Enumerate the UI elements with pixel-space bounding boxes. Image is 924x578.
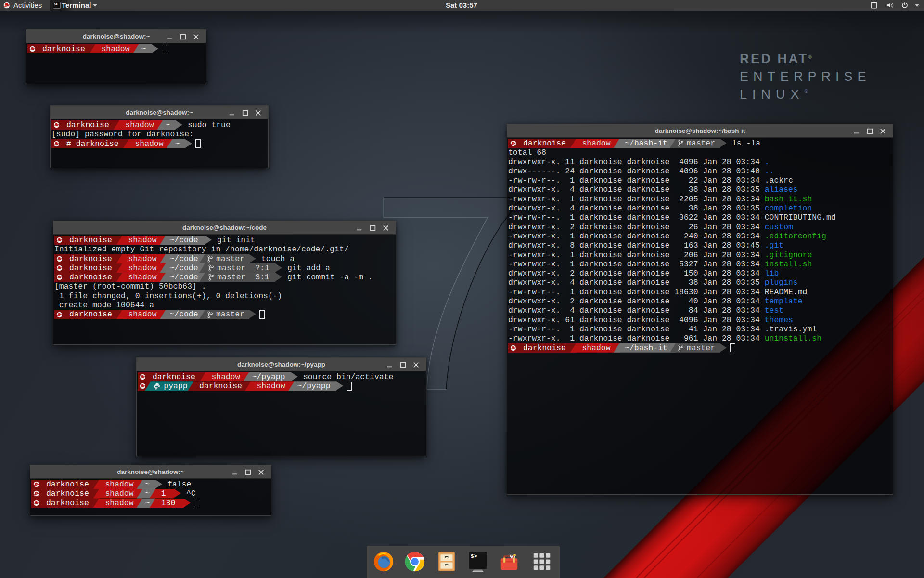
- svg-text:$>: $>: [54, 3, 58, 6]
- svg-text:$>: $>: [471, 553, 477, 559]
